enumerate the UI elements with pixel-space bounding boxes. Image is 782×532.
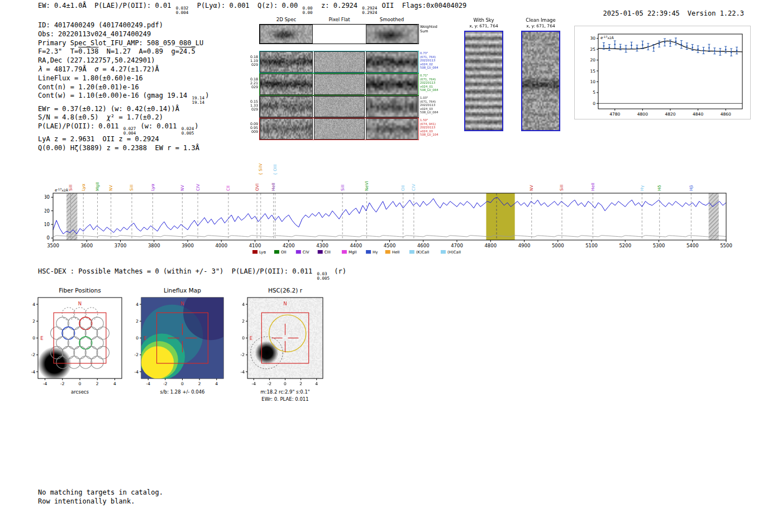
legend-swatch bbox=[252, 250, 258, 254]
tick-label: 4860 bbox=[721, 112, 731, 117]
galaxy-blob bbox=[37, 347, 71, 381]
tick-label: -4 bbox=[135, 370, 139, 375]
weighted-sum-label: WeightedSum bbox=[420, 25, 437, 33]
galaxy-blob bbox=[255, 341, 278, 365]
stacked-uncertainty: 19.1419.14 bbox=[192, 96, 205, 104]
tick-label: 0 bbox=[136, 336, 139, 341]
tick-label: 4800 bbox=[484, 243, 497, 248]
stacked-uncertainty: 0.0320.004 bbox=[176, 6, 189, 15]
clean-header: Clean Image x, y: 671, 764 bbox=[519, 17, 562, 29]
clean-image bbox=[522, 32, 559, 130]
smoothed-cutout bbox=[366, 51, 418, 73]
data-point bbox=[680, 44, 682, 45]
tick-label: -2 bbox=[60, 381, 65, 386]
tick-label: -4 bbox=[252, 381, 256, 386]
tick-label: N bbox=[283, 301, 287, 306]
fiber-id-labels: 1.03"(671, 764)20220113v024_03508_LU_084 bbox=[420, 96, 438, 114]
fiber-id-labels: 0.71"(671, 764)20220113v024_01508_LU_084 bbox=[420, 74, 438, 92]
tick-label: 30 bbox=[590, 36, 595, 41]
hsc-caption-2: EWr: 0. PLAE: 0.011 bbox=[239, 396, 331, 402]
fiber-weight-labels: 0.182.21029 bbox=[249, 77, 258, 89]
info-line: Cont(n) = 1.20(±0.01)e-16 bbox=[38, 83, 209, 92]
emission-line-label: { OIII bbox=[273, 164, 278, 175]
emission-line-label: MgII bbox=[95, 182, 100, 191]
data-point bbox=[703, 50, 704, 51]
info-line: F=2.3" T=0.138 N=1.27 A=0.89 g=24.5 bbox=[38, 47, 209, 56]
tick-label: 4 bbox=[136, 302, 139, 307]
data-point bbox=[670, 42, 671, 44]
tick-label: 0 bbox=[79, 381, 82, 386]
spec2d-cutout bbox=[260, 118, 313, 140]
emission-line-label: Lyα bbox=[150, 184, 155, 191]
footer-line-2: Row intentionally blank. bbox=[38, 497, 163, 506]
data-point bbox=[636, 47, 638, 49]
info-block: ID: 4017400249 (4017400249.pdf)Obs: 2022… bbox=[38, 21, 209, 153]
tick-label: CIV bbox=[303, 250, 309, 255]
clean-title: Clean Image bbox=[519, 17, 562, 23]
clean-coords: x, y: 671, 764 bbox=[519, 23, 562, 30]
tick-label: 4900 bbox=[518, 243, 531, 248]
info-line: LyA z = 2.9631 OII z = 0.2924 bbox=[38, 135, 209, 144]
tick-label: E bbox=[250, 336, 252, 341]
tick-label: 20 bbox=[590, 57, 595, 63]
spec2d-cutout bbox=[260, 51, 313, 73]
report-timestamp: 2025-01-05 22:39:45 bbox=[603, 9, 680, 17]
info-line: Obs: 20220113v024_4017400249 bbox=[38, 30, 209, 39]
info-line: Cont(w) = 1.10(±0.00)e-16 (gmag 19.14 19… bbox=[38, 92, 209, 104]
tick-label: 5000 bbox=[552, 243, 564, 248]
report-meta: 2025-01-05 22:39:45Version 1.22.3 bbox=[595, 2, 744, 17]
tick-label: N bbox=[78, 301, 82, 306]
emission-line-label: SiII bbox=[559, 185, 564, 191]
tick-label: -2 bbox=[135, 352, 139, 357]
tick-label: 25 bbox=[590, 47, 595, 52]
report-version: Version 1.22.3 bbox=[688, 9, 744, 17]
full-spectrum-plot: SiIILyαMgIINVSiIILyαNVCIVCIIOVI{ SiIVHeI… bbox=[45, 151, 754, 262]
data-point bbox=[697, 49, 699, 50]
fiber-weight-labels: 0.181.19029 bbox=[249, 55, 258, 67]
stacked-uncertainty: 0.030.005 bbox=[317, 272, 330, 280]
tick-label: 4820 bbox=[665, 112, 675, 117]
data-point bbox=[603, 45, 605, 47]
info-line: LineFlux = 1.80(±0.60)e-16 bbox=[38, 74, 209, 83]
tick-label: 4700 bbox=[451, 243, 463, 248]
tick-label: 15 bbox=[590, 69, 595, 74]
info-line: λ = 4817.79Å σ = 4.27(±1.72)Å bbox=[38, 65, 209, 74]
tick-label: 0 bbox=[593, 101, 595, 106]
info-line: RA,Dec (227.122757,50.242901) bbox=[38, 56, 209, 65]
tick-label: E bbox=[40, 336, 43, 341]
emission-line-label: Hβ bbox=[689, 185, 694, 191]
tick-label: (H)CaII bbox=[447, 250, 461, 255]
tick-label: 5500 bbox=[720, 243, 732, 248]
hsc-dex-line: HSC-DEX : Possible Matches = 0 (within +… bbox=[38, 267, 346, 280]
tick-label: 4840 bbox=[693, 112, 703, 117]
detection-band bbox=[486, 193, 514, 240]
tick-label: N bbox=[180, 301, 184, 306]
tick-label: 2 bbox=[32, 319, 35, 324]
emission-line-label: NV bbox=[108, 184, 113, 191]
data-point bbox=[719, 51, 721, 52]
tick-label: (K)CaII bbox=[416, 250, 429, 255]
emission-line-label: NeVI bbox=[364, 181, 369, 191]
info-line: Primary Spec_Slot_IFU_AMP: 508_059_080_L… bbox=[38, 39, 209, 48]
tick-label: 3600 bbox=[80, 243, 93, 248]
data-point bbox=[608, 47, 610, 49]
tick-label: Hγ bbox=[373, 250, 378, 255]
hsc-caption-1: m:18.2 rc:2.9" s:0.1" bbox=[239, 389, 331, 395]
info-line: S/N = 4.8(±0.5) χ² = 1.7(±0.2) bbox=[38, 113, 209, 122]
data-point bbox=[625, 48, 627, 50]
flux-map-blob bbox=[141, 346, 174, 378]
emission-line-label: Hδ bbox=[657, 185, 662, 191]
tick-label: -4 bbox=[31, 370, 36, 375]
withsky-image-frame bbox=[464, 31, 503, 131]
footer-note: No matching targets in catalog. Row inte… bbox=[38, 488, 163, 506]
emission-line-label: SiII bbox=[340, 185, 345, 191]
spec2d-cutout bbox=[260, 96, 313, 117]
emission-line-label: HeII bbox=[590, 183, 595, 191]
tick-label: 2 bbox=[198, 381, 201, 386]
tick-label: 3900 bbox=[182, 243, 194, 248]
emission-line-label: CII bbox=[226, 185, 231, 191]
tick-label: Lyα bbox=[259, 250, 266, 255]
tick-label: CIII bbox=[325, 250, 331, 255]
tick-label: 4 bbox=[113, 381, 116, 386]
tick-label: 20 bbox=[45, 208, 50, 214]
